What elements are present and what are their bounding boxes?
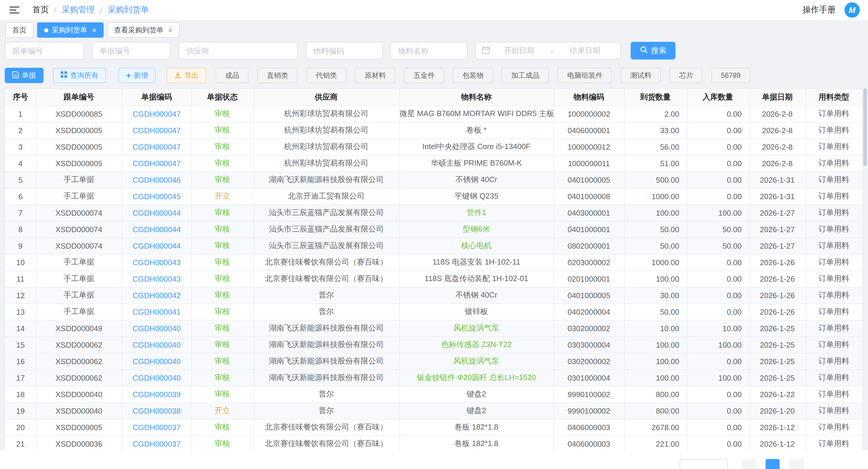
- doc-no-link[interactable]: CGDH000047: [132, 126, 181, 135]
- doc-no-link[interactable]: CGDH000039: [132, 390, 181, 399]
- cell-material-code: 9990100002: [554, 386, 624, 403]
- doc-no-link[interactable]: CGDH000047: [132, 159, 181, 168]
- pagination-size-select[interactable]: [680, 459, 728, 469]
- category-filter-button[interactable]: 原材料: [355, 68, 395, 83]
- doc-no-link[interactable]: CGDH000047: [132, 142, 181, 151]
- cell-inbound-qty: 0.00: [687, 303, 749, 320]
- cell-doc-date: 2026-1-22: [749, 386, 806, 403]
- status-badge: 审核: [215, 225, 230, 233]
- cell-usage-type: 订单用料: [806, 204, 862, 221]
- add-button[interactable]: + 新增: [118, 68, 155, 83]
- doc-no-link[interactable]: CGDH000041: [132, 307, 181, 316]
- query-all-button[interactable]: 查询所有: [53, 68, 106, 83]
- close-icon[interactable]: ×: [168, 26, 173, 34]
- category-filter-group: 成品直销类代销类原材料五金件包装物加工成品电脑组装件测试料芯片56789: [216, 68, 750, 83]
- cell-material-name: 118S 底盘传动装配 1H-102-01: [399, 270, 554, 287]
- material-name: Intel中央处理器 Core i5-13400F: [422, 142, 530, 151]
- cell-material-name: 平键钢 Q235: [399, 188, 554, 204]
- breadcrumb-home[interactable]: 首页: [32, 5, 49, 15]
- cell-supplier: 北京赛佳味餐饮有限公司（赛百味）: [253, 270, 399, 287]
- avatar[interactable]: M: [844, 2, 860, 18]
- doc-no-input[interactable]: [92, 42, 171, 59]
- cell-order-no: XSDD000049: [36, 320, 122, 336]
- cell-order-no: XSDD000005: [36, 139, 122, 155]
- vertical-scrollbar[interactable]: [863, 88, 867, 166]
- doc-no-link[interactable]: CGDH000042: [132, 291, 181, 300]
- doc-no-link[interactable]: CGDH000044: [132, 225, 181, 234]
- cell-arrival-qty: 100.00: [624, 270, 687, 287]
- document-button[interactable]: 单据: [5, 68, 43, 83]
- close-icon[interactable]: ×: [92, 26, 96, 34]
- category-filter-button[interactable]: 测试料: [621, 68, 661, 83]
- cell-order-no: XSDD000005: [36, 419, 122, 435]
- category-filter-button[interactable]: 56789: [711, 68, 750, 83]
- cell-supplier: 汕头市三辰蓝猫产品发展有限公司: [253, 221, 399, 237]
- cell-inbound-qty: 0.00: [687, 172, 749, 188]
- doc-no-link[interactable]: CGDH000040: [132, 340, 181, 349]
- table-row: 7 XSDD000074 CGDH000044 审核 汕头市三辰蓝猫产品发展有限…: [5, 204, 862, 221]
- cell-order-no: XSDD000074: [36, 221, 122, 237]
- doc-no-link[interactable]: CGDH000047: [132, 109, 181, 118]
- top-bar: 首页 / 采购管理 / 采购到货单 操作手册 M: [0, 0, 868, 20]
- category-filter-button[interactable]: 芯片: [670, 68, 703, 83]
- cell-inbound-qty: 0.00: [687, 139, 749, 155]
- category-filter-button[interactable]: 电脑组装件: [558, 68, 612, 83]
- active-tab-dot-icon: [44, 28, 48, 32]
- material-name: 118S 底盘传动装配 1H-102-01: [425, 274, 528, 283]
- cell-doc-date: 2026-1-26: [749, 303, 806, 320]
- end-date-placeholder[interactable]: 结束日期: [556, 46, 614, 56]
- tab-home[interactable]: 首页: [5, 22, 34, 38]
- category-filter-button[interactable]: 五金件: [404, 68, 444, 83]
- category-filter-button[interactable]: 成品: [216, 68, 248, 83]
- doc-no-link[interactable]: CGDH000043: [132, 258, 181, 267]
- search-button[interactable]: 搜索: [631, 42, 676, 59]
- material-name: 色标传感器 Z3N-T22: [441, 340, 512, 349]
- material-name-input[interactable]: [391, 42, 468, 59]
- cell-material-code: 0403000001: [554, 204, 624, 221]
- category-filter-button[interactable]: 代销类: [306, 68, 346, 83]
- cell-seq: 17: [5, 370, 36, 386]
- start-date-placeholder[interactable]: 开始日期: [490, 46, 549, 56]
- doc-no-link[interactable]: CGDH000046: [132, 175, 181, 184]
- pagination-active-page[interactable]: [766, 459, 780, 469]
- category-filter-button[interactable]: 加工成品: [502, 68, 549, 83]
- doc-no-link[interactable]: CGDH000044: [132, 208, 181, 217]
- cell-doc-date: 2026-1-26: [749, 254, 806, 270]
- table-row: 15 XSDD000062 CGDH000040 审核 湖南飞沃新能源科技股份有…: [5, 336, 862, 353]
- cell-doc-date: 2026-1-26: [749, 270, 806, 287]
- cell-seq: 4: [5, 155, 36, 172]
- material-name: 核心电机: [461, 241, 492, 250]
- doc-no-link[interactable]: CGDH000037: [132, 439, 181, 448]
- status-badge: 审核: [215, 258, 230, 266]
- cell-inbound-qty: 50.00: [687, 237, 749, 254]
- export-button[interactable]: 导出: [167, 68, 206, 83]
- operation-manual-link[interactable]: 操作手册: [803, 5, 836, 15]
- cell-doc-no: CGDH000047: [122, 122, 191, 139]
- doc-no-link[interactable]: CGDH000044: [132, 241, 181, 250]
- doc-no-link[interactable]: CGDH000040: [132, 324, 181, 332]
- tab-view-purchase-arrival[interactable]: 查看采购到货单 ×: [107, 22, 180, 38]
- supplier-input[interactable]: [179, 42, 298, 59]
- order-no-input[interactable]: [5, 42, 84, 59]
- category-filter-button[interactable]: 直销类: [257, 68, 298, 83]
- table-row: 18 XSDD000040 CGDH000039 审核 普尔 键盘2 99901…: [5, 386, 862, 403]
- cell-doc-date: 2026-1-25: [749, 370, 806, 386]
- doc-no-link[interactable]: CGDH000043: [132, 274, 181, 283]
- cell-order-no: 手工单据: [36, 287, 122, 303]
- cell-doc-date: 2026-2-8: [749, 139, 806, 155]
- material-name: 118S 电器安装 1H-102-11: [433, 258, 520, 266]
- doc-no-link[interactable]: CGDH000040: [132, 357, 181, 365]
- category-filter-button[interactable]: 包装物: [453, 68, 493, 83]
- doc-no-link[interactable]: CGDH000037: [132, 423, 181, 432]
- date-range-picker[interactable]: 开始日期 - 结束日期: [475, 42, 621, 59]
- doc-no-link[interactable]: CGDH000045: [132, 192, 181, 201]
- tab-purchase-arrival[interactable]: 采购到货单 ×: [37, 22, 103, 38]
- pagination-next-button[interactable]: [789, 459, 804, 469]
- pagination-prev-button[interactable]: [742, 459, 757, 469]
- doc-no-link[interactable]: CGDH000038: [132, 406, 181, 415]
- doc-no-link[interactable]: CGDH000040: [132, 373, 181, 382]
- material-name: 卷板 182*1.8: [455, 422, 498, 431]
- material-code-input[interactable]: [306, 42, 383, 59]
- menu-collapse-icon[interactable]: [9, 6, 20, 14]
- breadcrumb-purchase-mgmt[interactable]: 采购管理: [62, 5, 95, 15]
